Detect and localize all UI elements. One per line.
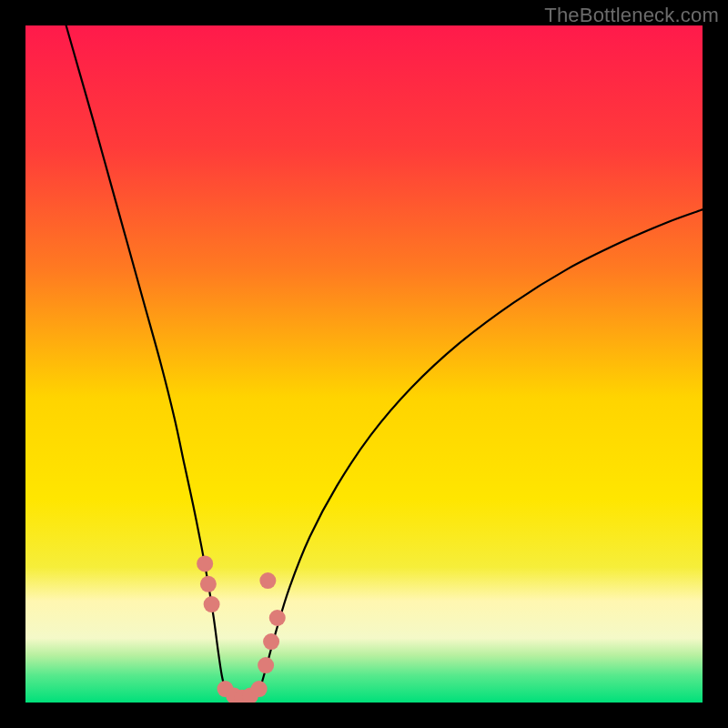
watermark-label: TheBottleneck.com bbox=[544, 4, 719, 27]
marker-point bbox=[263, 633, 279, 650]
marker-point bbox=[258, 657, 274, 673]
bottleneck-chart bbox=[25, 25, 703, 703]
marker-point bbox=[269, 610, 286, 626]
chart-frame: TheBottleneck.com bbox=[0, 0, 728, 728]
marker-point bbox=[204, 596, 220, 612]
marker-point bbox=[197, 555, 213, 571]
plot-area bbox=[25, 25, 703, 703]
marker-point bbox=[200, 576, 217, 592]
gradient-background bbox=[25, 25, 703, 703]
marker-point bbox=[251, 681, 268, 697]
marker-point bbox=[259, 572, 276, 589]
